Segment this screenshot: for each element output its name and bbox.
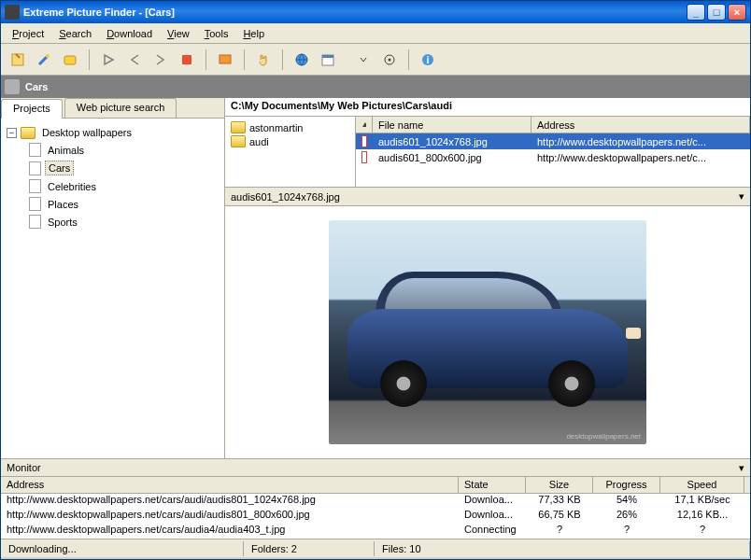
calendar-icon[interactable] [317, 49, 339, 71]
monitor-row[interactable]: http://www.desktopwallpapers.net/cars/au… [1, 494, 750, 509]
column-speed[interactable]: Speed [660, 477, 744, 493]
column-size[interactable]: Size [526, 477, 593, 493]
preview-area: desktopwallpapers.net [225, 206, 750, 458]
screen-icon[interactable] [214, 49, 236, 71]
category-icon [5, 79, 20, 94]
svg-rect-2 [64, 56, 76, 64]
menu-view[interactable]: View [160, 26, 197, 41]
category-bar: Cars [1, 76, 750, 98]
monitor-row[interactable]: http://www.desktopwallpapers.net/cars/au… [1, 509, 750, 524]
column-filename[interactable]: File name [373, 117, 531, 133]
tree-item-sports[interactable]: Sports [29, 213, 219, 231]
page-icon [29, 179, 41, 193]
globe-icon[interactable] [290, 49, 313, 71]
column-progress[interactable]: Progress [593, 477, 660, 493]
stop-icon[interactable] [176, 49, 198, 71]
menu-project[interactable]: Project [5, 26, 51, 41]
statusbar: Downloading... Folders: 2 Files: 10 [1, 539, 750, 557]
tree-root-label: Desktop wallpapers [39, 126, 135, 139]
status-files: Files: 10 [375, 541, 750, 556]
image-icon [361, 151, 367, 163]
svg-point-9 [389, 58, 391, 61]
monitor-title: Monitor [7, 462, 41, 473]
new-project-icon[interactable] [7, 49, 29, 71]
project-tree: − Desktop wallpapers Animals Cars Celebr… [1, 119, 224, 236]
right-pane: C:\My Documents\My Web Pictures\Cars\aud… [225, 98, 750, 458]
maximize-button[interactable]: □ [707, 4, 726, 21]
wizard-icon[interactable] [33, 49, 55, 71]
folder-item[interactable]: astonmartin [229, 120, 351, 134]
app-icon [5, 5, 20, 20]
svg-rect-3 [182, 55, 191, 64]
page-icon [29, 215, 41, 229]
menu-search[interactable]: Search [51, 26, 99, 41]
page-icon [29, 143, 41, 157]
monitor-row[interactable]: http://www.desktopwallpapers.net/cars/au… [1, 524, 750, 539]
svg-point-1 [46, 54, 50, 58]
menu-download[interactable]: Download [99, 26, 160, 41]
properties-icon[interactable] [59, 49, 81, 71]
menubar: Project Search Download View Tools Help [1, 23, 750, 44]
column-address[interactable]: Address [531, 117, 750, 133]
chevron-down-icon[interactable]: ▾ [739, 462, 744, 474]
svg-rect-7 [322, 55, 333, 58]
folder-icon [231, 121, 246, 133]
folder-list: astonmartin audi [225, 117, 356, 187]
monitor-bar: Monitor ▾ [1, 458, 750, 477]
dropdown-arrow-icon[interactable] [352, 49, 375, 71]
column-address[interactable]: Address [1, 477, 459, 493]
preview-bar: audis601_1024x768.jpg ▾ [225, 188, 750, 206]
preview-image[interactable]: desktopwallpapers.net [329, 220, 646, 444]
tree-item-celebrities[interactable]: Celebrities [29, 177, 219, 195]
file-row[interactable]: audis601_1024x768.jpg http://www.desktop… [356, 133, 750, 149]
toolbar: i [1, 44, 750, 76]
info-icon[interactable]: i [417, 49, 439, 71]
monitor-list: Address State Size Progress Speed http:/… [1, 477, 750, 539]
sort-indicator[interactable] [356, 117, 373, 133]
menu-help[interactable]: Help [235, 26, 272, 41]
svg-text:i: i [426, 54, 429, 65]
tree-root[interactable]: − Desktop wallpapers [7, 124, 219, 141]
hand-icon[interactable] [252, 49, 275, 71]
tab-projects[interactable]: Projects [1, 99, 63, 119]
skip-back-icon[interactable] [123, 49, 146, 71]
svg-rect-4 [220, 55, 231, 63]
minimize-button[interactable]: _ [687, 4, 705, 21]
page-icon [29, 197, 41, 211]
preview-filename: audis601_1024x768.jpg [231, 191, 340, 203]
collapse-icon[interactable]: − [7, 128, 17, 138]
tab-web-search[interactable]: Web picture search [64, 98, 177, 118]
file-list: File name Address audis601_1024x768.jpg … [356, 117, 750, 187]
target-icon[interactable] [378, 49, 401, 71]
folder-icon [21, 127, 35, 139]
titlebar: Extreme Picture Finder - [Cars] _ □ × [1, 1, 750, 23]
menu-tools[interactable]: Tools [197, 26, 236, 41]
file-row[interactable]: audis601_800x600.jpg http://www.desktopw… [356, 149, 750, 165]
tree-item-animals[interactable]: Animals [29, 141, 219, 159]
status-folders: Folders: 2 [244, 541, 375, 556]
column-state[interactable]: State [459, 477, 526, 493]
image-icon [361, 135, 367, 147]
tree-item-places[interactable]: Places [29, 195, 219, 213]
path-bar: C:\My Documents\My Web Pictures\Cars\aud… [225, 98, 750, 117]
status-state: Downloading... [1, 541, 244, 556]
close-button[interactable]: × [728, 4, 746, 21]
page-icon [29, 161, 41, 175]
chevron-down-icon[interactable]: ▾ [739, 190, 744, 203]
skip-forward-icon[interactable] [149, 49, 172, 71]
left-pane: Projects Web picture search − Desktop wa… [1, 98, 225, 458]
folder-icon [231, 135, 246, 147]
folder-item[interactable]: audi [229, 134, 351, 148]
window-title: Extreme Picture Finder - [Cars] [23, 7, 687, 18]
category-label: Cars [25, 81, 48, 92]
tree-item-cars[interactable]: Cars [29, 159, 219, 177]
play-icon[interactable] [97, 49, 120, 71]
